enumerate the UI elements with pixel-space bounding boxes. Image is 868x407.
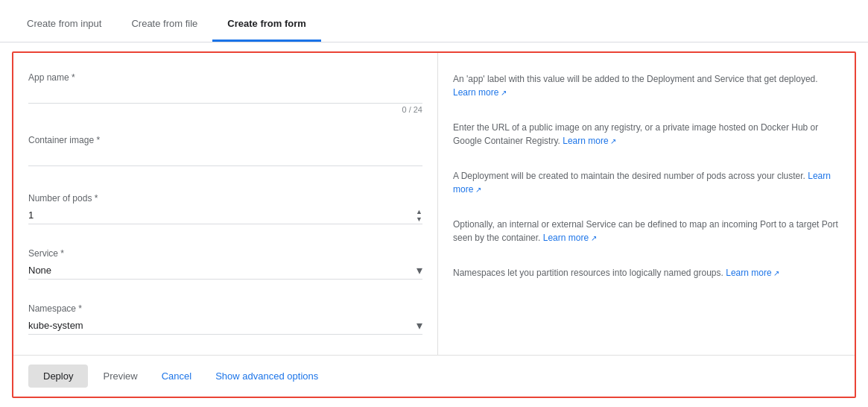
app-name-input[interactable] (28, 86, 422, 104)
tab-create-from-form[interactable]: Create from form (212, 6, 320, 42)
pods-decrement-icon[interactable]: ▼ (416, 215, 422, 223)
help-pods-text: A Deployment will be created to maintain… (453, 171, 805, 181)
container-image-label: Container image * (28, 135, 422, 145)
help-app-name-text: An 'app' label with this value will be a… (453, 74, 818, 84)
service-dropdown-icon: ▾ (416, 263, 422, 277)
help-namespace-link[interactable]: Learn more (726, 268, 779, 278)
help-container-image-text: Enter the URL of a public image on any r… (453, 122, 818, 146)
form-left-panel: App name * 0 / 24 Container image * Numb… (13, 53, 438, 355)
cancel-button[interactable]: Cancel (153, 365, 200, 388)
help-namespace: Namespaces let you partition resources i… (453, 256, 840, 297)
tabs-bar: Create from input Create from file Creat… (0, 0, 868, 42)
form-body: App name * 0 / 24 Container image * Numb… (13, 53, 855, 355)
tab-create-from-file[interactable]: Create from file (116, 6, 212, 42)
pods-label: Number of pods * (28, 193, 422, 204)
namespace-value: kube-system (28, 317, 416, 334)
service-value: None (28, 262, 416, 279)
app-name-label: App name * (28, 72, 422, 83)
form-footer: Deploy Preview Cancel Show advanced opti… (13, 355, 855, 397)
app-name-char-count: 0 / 24 (28, 105, 422, 114)
container-image-section: Container image * (28, 127, 422, 174)
pods-section: Number of pods * ▲ ▼ (28, 186, 422, 232)
form-right-panel: An 'app' label with this value will be a… (438, 53, 855, 355)
namespace-dropdown-icon: ▾ (416, 318, 422, 332)
show-advanced-options-button[interactable]: Show advanced options (206, 365, 327, 388)
namespace-label: Namespace * (28, 303, 422, 314)
service-section: Service * None ▾ (28, 241, 422, 287)
namespace-select[interactable]: kube-system ▾ (28, 317, 422, 335)
pods-spinner-arrows[interactable]: ▲ ▼ (416, 208, 422, 223)
service-label: Service * (28, 248, 422, 259)
tab-create-from-input[interactable]: Create from input (12, 6, 116, 42)
namespace-section: Namespace * kube-system ▾ (28, 296, 422, 342)
help-container-image-link[interactable]: Learn more (563, 136, 616, 146)
container-image-input[interactable] (28, 148, 422, 166)
help-namespace-text: Namespaces let you partition resources i… (453, 268, 723, 278)
help-app-name-link[interactable]: Learn more (453, 87, 507, 98)
service-select[interactable]: None ▾ (28, 262, 422, 280)
pods-increment-icon[interactable]: ▲ (416, 208, 422, 215)
help-service: Optionally, an internal or external Serv… (453, 207, 840, 256)
help-container-image: Enter the URL of a public image on any r… (453, 110, 840, 159)
app-name-section: App name * 0 / 24 (28, 65, 422, 122)
pods-input[interactable] (28, 206, 416, 224)
form-container: App name * 0 / 24 Container image * Numb… (12, 51, 856, 398)
help-pods: A Deployment will be created to maintain… (453, 159, 840, 207)
main-content: App name * 0 / 24 Container image * Numb… (0, 42, 868, 407)
preview-button[interactable]: Preview (94, 365, 146, 388)
pods-spinner-wrapper: ▲ ▼ (28, 206, 422, 224)
deploy-button[interactable]: Deploy (28, 365, 88, 388)
help-app-name: An 'app' label with this value will be a… (453, 62, 840, 110)
help-service-link[interactable]: Learn more (543, 233, 597, 243)
help-service-text: Optionally, an internal or external Serv… (453, 219, 838, 243)
